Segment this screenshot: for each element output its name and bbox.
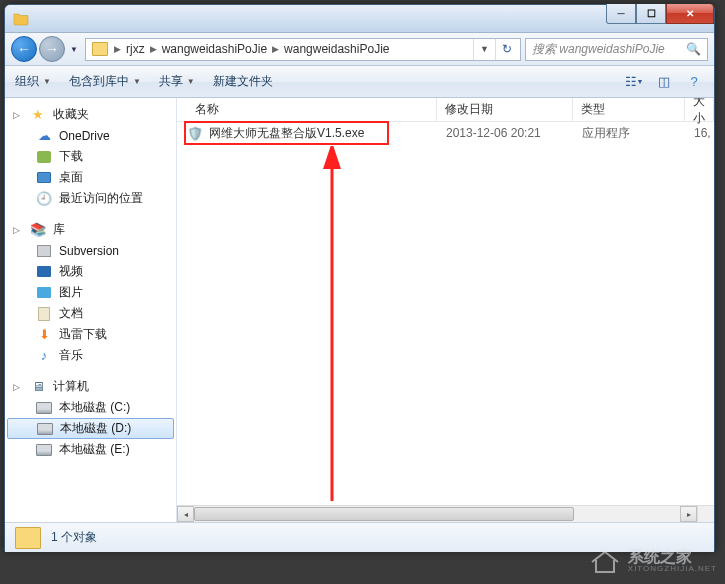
sidebar-item-thunder[interactable]: ⬇迅雷下载 <box>5 324 176 345</box>
exe-icon: 🛡️ <box>187 125 203 141</box>
watermark: 系统之家 XITONGZHIJIA.NET <box>588 546 717 576</box>
watermark-url: XITONGZHIJIA.NET <box>628 565 717 574</box>
chevron-right-icon[interactable]: ▶ <box>270 44 281 54</box>
sidebar-computer[interactable]: ▷🖥计算机 <box>5 376 176 397</box>
sidebar-item-documents[interactable]: 文档 <box>5 303 176 324</box>
sidebar-item-pictures[interactable]: 图片 <box>5 282 176 303</box>
scroll-thumb[interactable] <box>194 507 574 521</box>
watermark-title: 系统之家 <box>628 548 717 566</box>
address-bar[interactable]: ▶ rjxz ▶ wangweidashiPoJie ▶ wangweidash… <box>85 38 521 61</box>
breadcrumb-segment[interactable]: wangweidashiPoJie <box>281 42 392 56</box>
file-name: 网维大师无盘整合版V1.5.exe <box>209 125 364 142</box>
history-dropdown[interactable]: ▼ <box>67 39 81 59</box>
column-type[interactable]: 类型 <box>573 98 685 121</box>
sidebar: ▷★收藏夹 ☁OneDrive 下载 桌面 🕘最近访问的位置 ▷📚库 Subve… <box>5 98 177 522</box>
column-name[interactable]: 名称 <box>177 98 437 121</box>
folder-icon <box>15 527 41 549</box>
status-count: 1 个对象 <box>51 529 97 546</box>
close-button[interactable]: ✕ <box>666 4 714 24</box>
sidebar-item-videos[interactable]: 视频 <box>5 261 176 282</box>
share-button[interactable]: 共享▼ <box>159 73 195 90</box>
search-icon[interactable]: 🔍 <box>686 42 701 56</box>
include-library-button[interactable]: 包含到库中▼ <box>69 73 141 90</box>
file-row[interactable]: 🛡️网维大师无盘整合版V1.5.exe 2013-12-06 20:21 应用程… <box>177 122 714 144</box>
annotation-arrow-icon <box>317 146 347 506</box>
file-size: 16, <box>686 126 714 140</box>
column-date[interactable]: 修改日期 <box>437 98 573 121</box>
chevron-right-icon[interactable]: ▶ <box>148 44 159 54</box>
forward-button[interactable]: → <box>39 36 65 62</box>
back-button[interactable]: ← <box>11 36 37 62</box>
sidebar-favorites[interactable]: ▷★收藏夹 <box>5 104 176 125</box>
address-dropdown[interactable]: ▼ <box>473 39 495 60</box>
column-headers: 名称 修改日期 类型 大小 <box>177 98 714 122</box>
navbar: ← → ▼ ▶ rjxz ▶ wangweidashiPoJie ▶ wangw… <box>5 33 714 66</box>
search-input[interactable]: 搜索 wangweidashiPoJie 🔍 <box>525 38 708 61</box>
titlebar[interactable]: ─ ☐ ✕ <box>5 5 714 33</box>
breadcrumb-segment[interactable]: rjxz <box>123 42 148 56</box>
sidebar-item-music[interactable]: ♪音乐 <box>5 345 176 366</box>
scroll-left-button[interactable]: ◂ <box>177 506 194 522</box>
sidebar-libraries[interactable]: ▷📚库 <box>5 219 176 240</box>
horizontal-scrollbar[interactable]: ◂ ▸ <box>177 505 697 522</box>
folder-icon <box>13 11 29 27</box>
sidebar-item-subversion[interactable]: Subversion <box>5 240 176 261</box>
sidebar-item-recent[interactable]: 🕘最近访问的位置 <box>5 188 176 209</box>
scrollbar-corner <box>697 505 714 522</box>
sidebar-item-downloads[interactable]: 下载 <box>5 146 176 167</box>
file-date: 2013-12-06 20:21 <box>438 126 574 140</box>
column-size[interactable]: 大小 <box>685 98 714 121</box>
organize-button[interactable]: 组织▼ <box>15 73 51 90</box>
chevron-right-icon[interactable]: ▶ <box>112 44 123 54</box>
file-list: 名称 修改日期 类型 大小 🛡️网维大师无盘整合版V1.5.exe 2013-1… <box>177 98 714 522</box>
preview-pane-button[interactable]: ◫ <box>654 73 674 91</box>
refresh-button[interactable]: ↻ <box>495 39 518 60</box>
explorer-window: ─ ☐ ✕ ← → ▼ ▶ rjxz ▶ wangweidashiPoJie ▶… <box>4 4 715 551</box>
view-options-button[interactable]: ☷ ▼ <box>624 73 644 91</box>
sidebar-item-onedrive[interactable]: ☁OneDrive <box>5 125 176 146</box>
sidebar-item-drive-e[interactable]: 本地磁盘 (E:) <box>5 439 176 460</box>
file-type: 应用程序 <box>574 125 686 142</box>
toolbar: 组织▼ 包含到库中▼ 共享▼ 新建文件夹 ☷ ▼ ◫ ? <box>5 66 714 98</box>
new-folder-button[interactable]: 新建文件夹 <box>213 73 273 90</box>
main-area: ▷★收藏夹 ☁OneDrive 下载 桌面 🕘最近访问的位置 ▷📚库 Subve… <box>5 98 714 522</box>
scroll-right-button[interactable]: ▸ <box>680 506 697 522</box>
sidebar-item-drive-c[interactable]: 本地磁盘 (C:) <box>5 397 176 418</box>
watermark-logo-icon <box>588 546 622 576</box>
search-placeholder: 搜索 wangweidashiPoJie <box>532 41 665 58</box>
help-button[interactable]: ? <box>684 73 704 91</box>
minimize-button[interactable]: ─ <box>606 4 636 24</box>
breadcrumb-segment[interactable]: wangweidashiPoJie <box>159 42 270 56</box>
sidebar-item-drive-d[interactable]: 本地磁盘 (D:) <box>7 418 174 439</box>
sidebar-item-desktop[interactable]: 桌面 <box>5 167 176 188</box>
maximize-button[interactable]: ☐ <box>636 4 666 24</box>
folder-icon <box>92 42 108 56</box>
